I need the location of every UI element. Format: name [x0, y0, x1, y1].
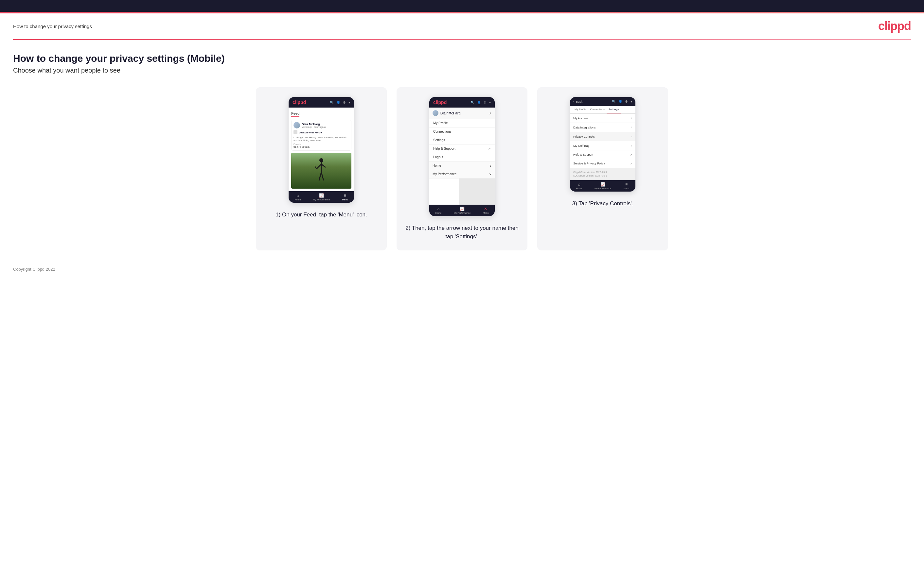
logo: clippd: [878, 19, 911, 33]
step-2-caption: 2) Then, tap the arrow next to your name…: [403, 224, 521, 240]
menu-item-logout[interactable]: Logout: [429, 153, 495, 161]
phone1-bottom-nav: ⌂ Home 📈 My Performance ≡ Menu: [289, 191, 354, 203]
close-label-p2: Menu: [483, 212, 489, 214]
duration: 01 hr : 30 min: [294, 145, 349, 148]
menu-item-settings[interactable]: Settings: [429, 136, 495, 145]
dropdown-menu: Blair McHarg ∧ My Profile Connections: [429, 108, 495, 205]
phone2-header: clippd 🔍 👤 ⚙ ▾: [429, 97, 495, 108]
phone3-icons: 🔍 👤 ⚙ ▾: [612, 100, 632, 103]
feed-user-row: Blair McHarg Yesterday · Sunningdale: [294, 122, 349, 129]
settings-icon-p1: ⚙: [343, 101, 346, 104]
settings-icon-p3: ⚙: [625, 100, 628, 103]
top-bar: [0, 0, 924, 12]
search-icon-p2: 🔍: [470, 101, 475, 104]
page-subtitle: Choose what you want people to see: [13, 67, 911, 74]
footer: Copyright Clippd 2022: [0, 260, 924, 278]
chevron-down-icon-perf: ∨: [489, 172, 491, 176]
phone-mockup-3: < Back 🔍 👤 ⚙ ▾ My Profile Connections Se…: [570, 97, 635, 192]
list-item-dataintegrations[interactable]: Data Integrations ›: [570, 123, 635, 132]
performance-label: My Performance: [313, 198, 330, 201]
list-item-serviceprivacy[interactable]: Service & Privacy Policy ↗: [570, 159, 635, 168]
phone-mockup-1: clippd 🔍 👤 ⚙ ▾ Feed: [289, 97, 354, 203]
menu-item-myprofile[interactable]: My Profile: [429, 119, 495, 127]
tab-settings[interactable]: Settings: [607, 106, 621, 113]
svg-line-5: [319, 172, 321, 181]
home-label-p2: Home: [436, 212, 442, 214]
phone2-nav-home: ⌂ Home: [436, 206, 442, 214]
privacycontrols-label: Privacy Controls: [573, 135, 595, 138]
performance-label-p2: My Performance: [454, 212, 470, 214]
chevron-up-icon: ∧: [489, 111, 491, 115]
header: How to change your privacy settings clip…: [0, 13, 924, 39]
step-1-card: clippd 🔍 👤 ⚙ ▾ Feed: [256, 87, 387, 250]
dropdown-icon-p2: ▾: [489, 101, 491, 104]
list-item-helpsupport[interactable]: Help & Support ↗: [570, 150, 635, 159]
svg-point-0: [319, 158, 323, 162]
home-icon: ⌂: [296, 193, 299, 198]
menu-icon: ≡: [344, 193, 346, 198]
phone2-icons: 🔍 👤 ⚙ ▾: [470, 101, 491, 104]
menu-logout-label: Logout: [433, 155, 443, 159]
settings-icon-p2: ⚙: [484, 101, 486, 104]
svg-line-6: [321, 172, 324, 181]
phone3-bottom-nav: ⌂ Home 📈 My Performance ≡ Menu: [570, 180, 635, 192]
myaccount-label: My Account: [573, 117, 589, 120]
feed-post: Blair McHarg Yesterday · Sunningdale Les…: [291, 120, 351, 151]
section-performance-label: My Performance: [433, 172, 456, 176]
feed-time: Yesterday · Sunningdale: [302, 126, 326, 128]
back-button[interactable]: < Back: [573, 100, 582, 103]
menu-item-connections[interactable]: Connections: [429, 127, 495, 136]
dropdown-icon-p1: ▾: [349, 101, 350, 104]
ext-icon-service: ↗: [630, 162, 632, 165]
chevron-right-golf: ›: [631, 144, 632, 147]
phone1-logo: clippd: [292, 100, 306, 105]
phone2-nav-performance: 📈 My Performance: [454, 206, 470, 214]
helpsupport-label: Help & Support: [573, 153, 593, 156]
version-sql: SQL Server Version: 2022.7.30-1: [573, 174, 632, 178]
phone2-nav-close: ✕ Menu: [483, 206, 489, 214]
serviceprivacy-label: Service & Privacy Policy: [573, 162, 605, 165]
phone3-nav-home: ⌂ Home: [576, 182, 582, 190]
main-content: How to change your privacy settings (Mob…: [0, 40, 924, 260]
menu-section-performance[interactable]: My Performance ∨: [429, 170, 495, 179]
home-icon-p2: ⌂: [437, 206, 439, 211]
menu-label-p3: Menu: [624, 187, 630, 190]
menu-item-helpsupport[interactable]: Help & Support: [429, 145, 495, 153]
copyright: Copyright Clippd 2022: [13, 267, 55, 272]
bottom-nav-home: ⌂ Home: [295, 193, 301, 201]
tab-connections[interactable]: Connections: [588, 106, 607, 113]
home-icon-p3: ⌂: [578, 182, 580, 187]
home-label-p3: Home: [576, 187, 582, 190]
tab-myprofile[interactable]: My Profile: [573, 106, 588, 113]
phone3-tabs: My Profile Connections Settings: [570, 106, 635, 114]
feed-username: Blair McHarg: [302, 122, 326, 126]
menu-helpsupport-label: Help & Support: [433, 147, 456, 150]
svg-line-4: [321, 164, 326, 168]
list-item-mygolfbag[interactable]: My Golf Bag ›: [570, 141, 635, 150]
back-chevron-icon: <: [573, 100, 575, 103]
phone-mockup-2: clippd 🔍 👤 ⚙ ▾: [429, 97, 495, 216]
phone2-body: Blair McHarg ∧ My Profile Connections: [429, 108, 495, 205]
dropdown-icon-p3: ▾: [630, 100, 632, 103]
back-label: Back: [576, 100, 582, 103]
lesson-text: Looking to feel like my hands are exitin…: [294, 136, 349, 142]
menu-icon-p3: ≡: [625, 182, 628, 187]
header-title: How to change your privacy settings: [13, 24, 92, 29]
list-item-myaccount[interactable]: My Account ›: [570, 114, 635, 123]
list-item-privacycontrols[interactable]: Privacy Controls ›: [570, 132, 635, 141]
phone2-logo: clippd: [433, 100, 447, 105]
phone3-nav-menu: ≡ Menu: [624, 182, 630, 190]
chevron-right-myaccount: ›: [631, 116, 632, 120]
phone1-header: clippd 🔍 👤 ⚙ ▾: [289, 97, 354, 108]
menu-section-home[interactable]: Home ∨: [429, 161, 495, 170]
bottom-nav-menu: ≡ Menu: [342, 193, 348, 201]
menu-label: Menu: [342, 198, 348, 201]
ext-icon-help: ↗: [630, 153, 632, 156]
avatar: [294, 122, 300, 129]
dropdown-avatar: [433, 110, 438, 116]
lesson-title: Lesson with Fordy: [299, 131, 322, 134]
section-home-label: Home: [433, 164, 441, 168]
duration-label: Duration: [294, 143, 349, 145]
steps-container: clippd 🔍 👤 ⚙ ▾ Feed: [13, 87, 911, 250]
search-icon-p3: 🔍: [612, 100, 616, 103]
